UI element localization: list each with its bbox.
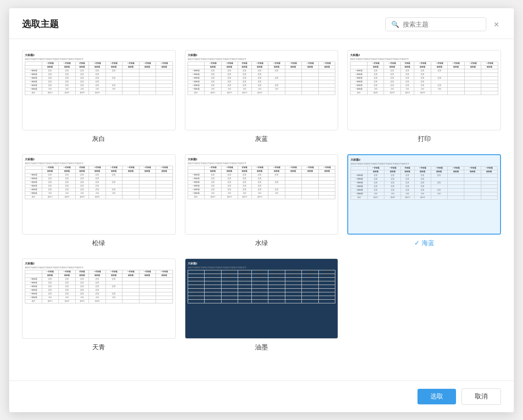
dialog-footer: 选取 取消 [9, 381, 514, 412]
theme-label-huilan: 灰蓝 [255, 135, 268, 143]
mini-table: 一栏标题一栏标题栏标题一栏标题一栏标题一栏标题一栏标题一栏标题 副标题副标题副标… [25, 62, 173, 95]
theme-item-dayin[interactable]: 大标题2 选填文字选填文字选填文字选填文字选填文字选填文字选填文字选填文字 一栏… [347, 50, 501, 143]
theme-item-huibai[interactable]: 大标题2 选填文字选填文字选填文字选填文字选填文字选填文字选填文字选填文字 一栏… [22, 50, 176, 143]
search-box[interactable]: 🔍 [385, 17, 486, 31]
theme-item-songlv[interactable]: 大标题2 选填文字选填文字选填文字选填文字选填文字选填文字选填文字选填文字 一栏… [22, 154, 176, 247]
theme-preview-songlv: 大标题2 选填文字选填文字选填文字选填文字选填文字选填文字选填文字选填文字 一栏… [22, 154, 176, 235]
search-icon: 🔍 [391, 21, 399, 28]
cancel-button[interactable]: 取消 [462, 388, 501, 405]
theme-label-huibai: 灰白 [92, 135, 105, 143]
theme-label-hailan: ✓海蓝 [414, 239, 434, 247]
theme-preview-tianqing: 大标题2 选填文字选填文字选填文字选填文字选填文字选填文字选填文字选填文字 一栏… [22, 258, 176, 339]
theme-select-dialog: 选取主题 🔍 × 大标题2 选填文字选填文字选填文字选填文字选填文字选填文字选填… [9, 8, 514, 412]
dialog-body: 大标题2 选填文字选填文字选填文字选填文字选填文字选填文字选填文字选填文字 一栏… [9, 39, 514, 381]
mini-title: 大标题2 [25, 53, 173, 57]
theme-label-tianqing: 天青 [92, 343, 105, 352]
theme-preview-dayin: 大标题2 选填文字选填文字选填文字选填文字选填文字选填文字选填文字选填文字 一栏… [347, 50, 501, 130]
theme-preview-shuilv: 大标题2 选填文字选填文字选填文字选填文字选填文字选填文字选填文字选填文字 一栏… [185, 154, 339, 235]
themes-grid: 大标题2 选填文字选填文字选填文字选填文字选填文字选填文字选填文字选填文字 一栏… [22, 50, 501, 352]
theme-label-youmo: 油墨 [255, 343, 268, 352]
header-right: 🔍 × [385, 17, 501, 31]
theme-preview-hailan: 大标题2 选填文字选填文字选填文字选填文字选填文字选填文字选填文字选填文字 一栏… [347, 154, 501, 235]
theme-preview-huilan: 大标题2 选填文字选填文字选填文字选填文字选填文字选填文字选填文字选填文字 一栏… [185, 50, 339, 130]
close-button[interactable]: × [492, 18, 501, 31]
theme-item-shuilv[interactable]: 大标题2 选填文字选填文字选填文字选填文字选填文字选填文字选填文字选填文字 一栏… [185, 154, 339, 247]
theme-label-shuilv: 水绿 [255, 239, 268, 247]
theme-item-huilan[interactable]: 大标题2 选填文字选填文字选填文字选填文字选填文字选填文字选填文字选填文字 一栏… [185, 50, 339, 143]
theme-preview-huibai: 大标题2 选填文字选填文字选填文字选填文字选填文字选填文字选填文字选填文字 一栏… [22, 50, 176, 130]
selected-checkmark: ✓ [414, 239, 420, 246]
theme-label-dayin: 打印 [418, 135, 431, 143]
theme-item-hailan[interactable]: 大标题2 选填文字选填文字选填文字选填文字选填文字选填文字选填文字选填文字 一栏… [347, 154, 501, 247]
select-button[interactable]: 选取 [417, 389, 456, 404]
dialog-header: 选取主题 🔍 × [9, 8, 514, 39]
search-input[interactable] [403, 21, 480, 28]
theme-item-tianqing[interactable]: 大标题2 选填文字选填文字选填文字选填文字选填文字选填文字选填文字选填文字 一栏… [22, 258, 176, 352]
theme-item-youmo[interactable]: 大标题2 选填文字选填文字选填文字选填文字选填文字选填文字选填文字选填文字 一栏… [185, 258, 339, 352]
dialog-title: 选取主题 [22, 18, 59, 30]
mini-subtitle: 选填文字选填文字选填文字选填文字选填文字选填文字选填文字选填文字 [25, 58, 173, 60]
theme-label-songlv: 松绿 [92, 239, 105, 247]
theme-preview-youmo: 大标题2 选填文字选填文字选填文字选填文字选填文字选填文字选填文字选填文字 一栏… [185, 258, 339, 339]
